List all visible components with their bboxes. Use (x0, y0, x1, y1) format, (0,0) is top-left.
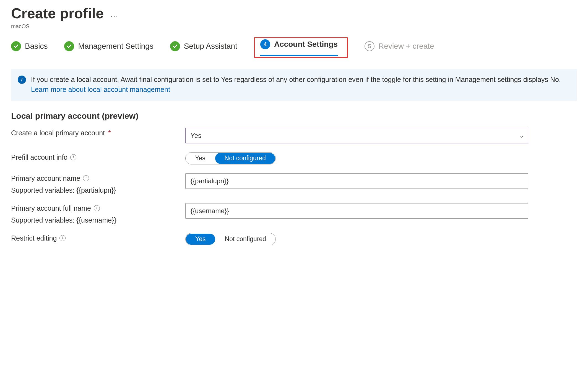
check-icon (11, 41, 21, 51)
create-local-select[interactable]: Yes ⌄ (185, 128, 528, 143)
step-label: Setup Assistant (184, 42, 237, 51)
restrict-not-configured[interactable]: Not configured (215, 233, 276, 245)
page-title: Create profile (11, 5, 104, 22)
prefill-label: Prefill account info i (11, 153, 185, 161)
field-label-text: Primary account name (11, 174, 80, 182)
field-label-text: Prefill account info (11, 153, 67, 161)
select-value: Yes (191, 132, 201, 140)
check-icon (170, 41, 180, 51)
info-icon[interactable]: i (94, 205, 100, 211)
acct-full-label: Primary account full name i (11, 204, 185, 212)
section-heading: Local primary account (preview) (11, 111, 577, 121)
step-setup-assistant[interactable]: Setup Assistant (170, 41, 237, 54)
restrict-label: Restrict editing i (11, 234, 185, 242)
step-label: Management Settings (78, 42, 153, 51)
step-basics[interactable]: Basics (11, 41, 48, 54)
restrict-yes[interactable]: Yes (186, 234, 215, 245)
acct-full-hint: Supported variables: {{username}} (11, 216, 185, 224)
step-label: Account Settings (274, 40, 338, 49)
step-label: Basics (25, 42, 48, 51)
page-subtitle: macOS (11, 23, 577, 30)
acct-name-input[interactable] (185, 173, 528, 189)
info-banner: i If you create a local account, Await f… (11, 69, 577, 101)
field-label-text: Create a local primary account (11, 129, 105, 137)
prefill-yes[interactable]: Yes (186, 153, 215, 164)
more-icon[interactable]: ··· (110, 7, 118, 20)
field-label-text: Restrict editing (11, 234, 57, 242)
field-label-text: Primary account full name (11, 204, 91, 212)
info-icon[interactable]: i (83, 175, 89, 181)
prefill-toggle: Yes Not configured (185, 152, 276, 164)
acct-name-label: Primary account name i (11, 174, 185, 182)
create-local-label: Create a local primary account * (11, 129, 185, 137)
step-management-settings[interactable]: Management Settings (64, 41, 153, 54)
check-icon (64, 41, 74, 51)
chevron-down-icon: ⌄ (519, 132, 524, 139)
step-number-badge: 5 (365, 41, 374, 51)
step-review-create: 5 Review + create (365, 41, 434, 54)
active-step-highlight: 4 Account Settings (254, 37, 348, 58)
step-number-badge: 4 (260, 39, 270, 49)
step-label: Review + create (378, 42, 434, 51)
info-icon: i (18, 76, 26, 84)
info-icon[interactable]: i (59, 235, 66, 241)
info-icon[interactable]: i (70, 154, 76, 160)
wizard-steps: Basics Management Settings Setup Assista… (11, 37, 577, 58)
step-account-settings[interactable]: 4 Account Settings (260, 39, 338, 52)
info-banner-message: If you create a local account, Await fin… (31, 76, 561, 83)
learn-more-link[interactable]: Learn more about local account managemen… (31, 86, 170, 93)
required-indicator: * (108, 129, 111, 137)
info-banner-text: If you create a local account, Await fin… (31, 74, 570, 95)
restrict-toggle: Yes Not configured (185, 233, 276, 245)
acct-name-hint: Supported variables: {{partialupn}} (11, 186, 185, 194)
prefill-not-configured[interactable]: Not configured (215, 153, 275, 164)
acct-full-input[interactable] (185, 203, 528, 219)
